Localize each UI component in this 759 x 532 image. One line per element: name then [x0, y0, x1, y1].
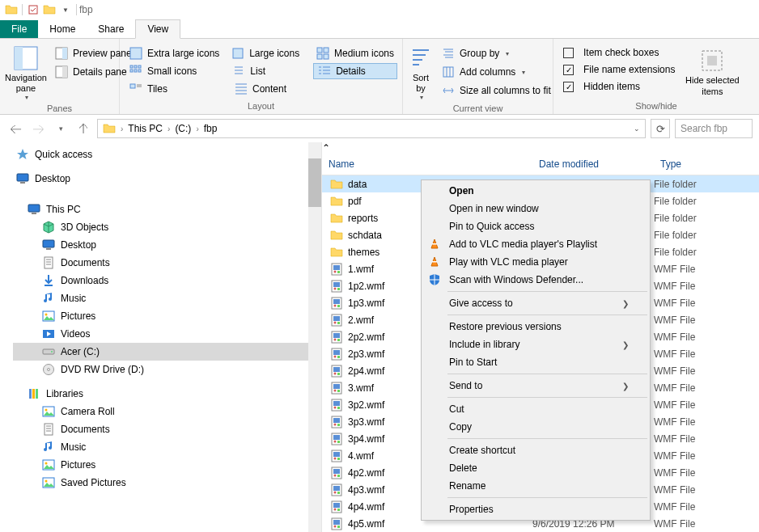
- tab-file[interactable]: File: [0, 20, 38, 38]
- tree-item[interactable]: Desktop: [13, 236, 321, 254]
- group-label-layout: Layout: [125, 99, 397, 114]
- tree-item[interactable]: Music: [13, 289, 321, 307]
- ctx-vlc-play[interactable]: Play with VLC media player: [423, 253, 648, 271]
- ctx-cut[interactable]: Cut: [423, 400, 648, 418]
- tree-item[interactable]: Music: [13, 438, 321, 456]
- group-by-button[interactable]: Group by▾: [437, 45, 556, 61]
- tree-item[interactable]: 3D Objects: [13, 218, 321, 236]
- tree-desktop[interactable]: Desktop: [13, 170, 321, 188]
- tab-home[interactable]: Home: [38, 20, 87, 38]
- hidden-items-toggle[interactable]: ✓Hidden items: [558, 79, 680, 94]
- tree-quick-access[interactable]: Quick access: [13, 146, 321, 163]
- tab-view[interactable]: View: [135, 19, 180, 39]
- layout-small[interactable]: Small icons: [125, 63, 226, 79]
- address-bar[interactable]: › This PC › (C:) › fbp ⌄: [97, 119, 646, 138]
- chevron-right-icon[interactable]: ›: [166, 125, 172, 133]
- tab-share[interactable]: Share: [87, 20, 135, 38]
- svg-rect-37: [138, 65, 141, 68]
- size-columns-button[interactable]: Size all columns to fit: [437, 82, 556, 99]
- up-button[interactable]: 🡡: [74, 120, 92, 137]
- layout-large[interactable]: Large icons: [227, 45, 310, 61]
- forward-button[interactable]: 🡢: [29, 120, 47, 137]
- recent-dropdown[interactable]: ▾: [52, 120, 70, 137]
- tree-item[interactable]: Downloads: [13, 272, 321, 289]
- tree-item[interactable]: Documents: [13, 254, 321, 272]
- column-type[interactable]: Type: [654, 154, 735, 175]
- breadcrumb-folder[interactable]: fbp: [201, 123, 221, 134]
- ctx-restore-versions[interactable]: Restore previous versions: [423, 318, 648, 336]
- layout-medium[interactable]: Medium icons: [312, 45, 397, 61]
- ctx-create-shortcut[interactable]: Create shortcut: [423, 441, 648, 459]
- window-title: fbp: [79, 4, 93, 15]
- ctx-delete[interactable]: Delete: [423, 459, 648, 477]
- svg-rect-40: [138, 70, 141, 72]
- address-dropdown[interactable]: ⌄: [634, 125, 640, 133]
- ctx-pin-quick-access[interactable]: Pin to Quick access: [423, 217, 648, 235]
- layout-tiles[interactable]: Tiles: [125, 81, 228, 97]
- tree-item[interactable]: Pictures: [13, 307, 321, 325]
- address-row: 🡠 🡢 ▾ 🡡 › This PC › (C:) › fbp ⌄ ⟳ Searc…: [0, 115, 759, 142]
- svg-rect-31: [317, 48, 322, 53]
- sort-indicator-icon: ⌃: [322, 142, 759, 154]
- chevron-right-icon[interactable]: ›: [119, 125, 125, 133]
- item-check-boxes-toggle[interactable]: Item check boxes: [558, 45, 680, 60]
- qat-customize-icon[interactable]: ▼: [59, 3, 72, 16]
- tree-item[interactable]: DVD RW Drive (D:): [13, 361, 321, 378]
- add-columns-button[interactable]: Add columns▾: [437, 64, 556, 80]
- tree-this-pc[interactable]: This PC: [13, 201, 321, 218]
- context-menu: Open Open in new window Pin to Quick acc…: [421, 179, 651, 521]
- navigation-pane-button[interactable]: Navigation pane▾: [5, 42, 47, 102]
- svg-rect-69: [707, 56, 717, 65]
- layout-list[interactable]: List: [227, 63, 312, 79]
- ctx-send-to[interactable]: Send to❯: [423, 377, 648, 395]
- ctx-separator: [447, 291, 647, 292]
- hide-selected-button[interactable]: Hide selected items: [683, 42, 741, 99]
- ctx-pin-start[interactable]: Pin to Start: [423, 353, 648, 371]
- ctx-separator: [447, 397, 647, 398]
- tree-item[interactable]: Documents: [13, 420, 321, 438]
- chevron-right-icon: ❯: [622, 299, 629, 308]
- column-name[interactable]: Name: [322, 154, 532, 175]
- sort-by-button[interactable]: Sort by▾: [408, 42, 434, 102]
- ctx-copy[interactable]: Copy: [423, 418, 648, 436]
- tree-item[interactable]: Saved Pictures: [13, 474, 321, 492]
- refresh-button[interactable]: ⟳: [651, 119, 670, 138]
- tree-item[interactable]: Camera Roll: [13, 403, 321, 420]
- chevron-right-icon: ❯: [622, 382, 629, 391]
- ctx-rename[interactable]: Rename: [423, 477, 648, 495]
- ctx-properties[interactable]: Properties: [423, 500, 648, 518]
- ctx-open-new-window[interactable]: Open in new window: [423, 200, 648, 217]
- svg-rect-50: [130, 84, 135, 88]
- ctx-give-access[interactable]: Give access to❯: [423, 294, 648, 312]
- tree-item[interactable]: Videos: [13, 325, 321, 343]
- svg-rect-34: [324, 54, 329, 59]
- ctx-separator: [447, 438, 647, 439]
- svg-rect-35: [130, 65, 133, 68]
- svg-rect-38: [130, 70, 133, 72]
- layout-content[interactable]: Content: [230, 81, 316, 97]
- svg-rect-30: [233, 49, 243, 58]
- qat-newfolder-icon[interactable]: [43, 3, 56, 16]
- layout-details[interactable]: Details: [313, 63, 397, 79]
- ctx-defender[interactable]: Scan with Windows Defender...: [423, 271, 648, 289]
- back-button[interactable]: 🡠: [6, 120, 24, 137]
- navigation-tree: Quick access Desktop This PC 3D ObjectsD…: [0, 142, 322, 532]
- svg-rect-39: [134, 70, 137, 72]
- file-name-extensions-toggle[interactable]: ✓File name extensions: [558, 62, 680, 77]
- tree-item[interactable]: Acer (C:): [13, 343, 321, 361]
- layout-extra-large[interactable]: Extra large icons: [125, 45, 225, 61]
- tree-scrollbar[interactable]: [308, 142, 321, 532]
- column-date[interactable]: Date modified: [532, 154, 654, 175]
- chevron-right-icon[interactable]: ›: [194, 125, 200, 133]
- qat-properties-icon[interactable]: [27, 3, 40, 16]
- breadcrumb-root-icon[interactable]: [100, 122, 119, 135]
- tree-item[interactable]: Pictures: [13, 456, 321, 474]
- folder-icon: [5, 3, 18, 16]
- ctx-include-library[interactable]: Include in library❯: [423, 336, 648, 353]
- search-input[interactable]: Search fbp: [675, 119, 753, 138]
- breadcrumb-thispc[interactable]: This PC: [125, 123, 166, 134]
- ctx-vlc-add[interactable]: Add to VLC media player's Playlist: [423, 235, 648, 253]
- tree-libraries[interactable]: Libraries: [13, 385, 321, 403]
- breadcrumb-drive[interactable]: (C:): [172, 123, 194, 134]
- ctx-open[interactable]: Open: [423, 182, 648, 200]
